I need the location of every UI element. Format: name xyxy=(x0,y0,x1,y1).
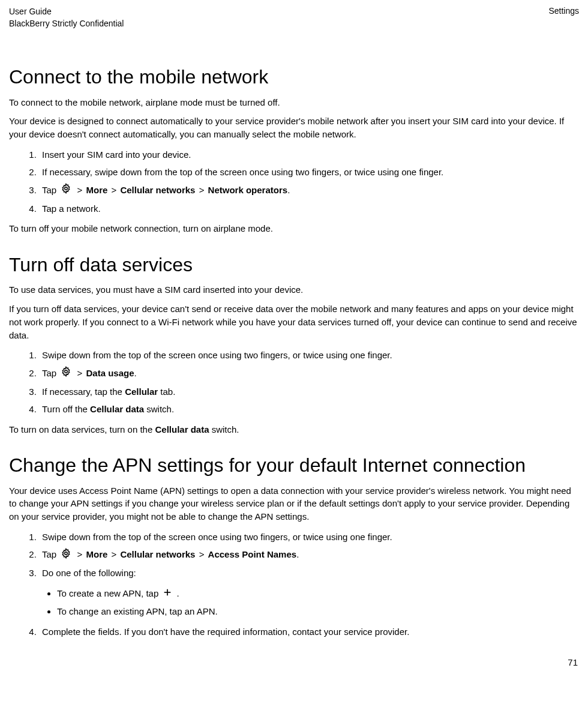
breadcrumb-separator: > xyxy=(77,185,85,195)
menu-path-item: Network operators xyxy=(208,185,288,195)
step-text: Do one of the following: xyxy=(42,568,136,578)
paragraph: To connect to the mobile network, airpla… xyxy=(9,96,579,109)
paragraph-text: To turn on data services, turn on the xyxy=(9,424,155,435)
step-text: . xyxy=(134,368,137,378)
section-title-turn-off-data: Turn off data services xyxy=(9,253,579,276)
list-item: Swipe down from the top of the screen on… xyxy=(39,347,579,363)
section-title-connect: Connect to the mobile network xyxy=(9,65,579,88)
breadcrumb-separator: > xyxy=(77,368,85,378)
list-item: To create a new APN, tap . xyxy=(57,586,579,602)
list-item: If necessary, tap the Cellular tab. xyxy=(39,384,579,400)
breadcrumb-separator: > xyxy=(111,549,119,559)
step-text: switch. xyxy=(144,404,174,414)
step-text: . xyxy=(177,588,179,598)
list-item: Turn off the Cellular data switch. xyxy=(39,402,579,417)
header-guide-title: User Guide xyxy=(9,6,124,18)
step-text: To create a new APN, tap xyxy=(57,588,161,598)
header-confidential: BlackBerry Strictly Confidential xyxy=(9,18,124,30)
menu-path-item: Cellular networks xyxy=(120,549,195,559)
menu-path-item: Cellular data xyxy=(90,404,144,414)
paragraph-text: switch. xyxy=(209,424,239,435)
paragraph: To turn off your mobile network connecti… xyxy=(9,222,579,235)
unordered-sublist: To create a new APN, tap . To change an … xyxy=(42,586,579,619)
section-title-change-apn: Change the APN settings for your default… xyxy=(9,454,579,477)
list-item: Tap > Data usage. xyxy=(39,366,579,382)
inline-bold: Cellular data xyxy=(155,424,209,435)
step-text: . xyxy=(296,549,299,559)
list-item: Insert your SIM card into your device. xyxy=(39,147,579,163)
ordered-list: Swipe down from the top of the screen on… xyxy=(9,529,579,640)
header-left: User Guide BlackBerry Strictly Confident… xyxy=(9,6,124,29)
svg-point-2 xyxy=(65,552,68,555)
menu-path-item: More xyxy=(86,549,107,559)
list-item: Swipe down from the top of the screen on… xyxy=(39,529,579,545)
step-text: . xyxy=(287,185,290,195)
list-item: Tap a network. xyxy=(39,201,579,217)
step-text: If necessary, tap the xyxy=(42,387,125,397)
svg-point-0 xyxy=(65,187,68,190)
breadcrumb-separator: > xyxy=(111,185,119,195)
header-section-name: Settings xyxy=(548,6,579,29)
step-text: tab. xyxy=(158,387,175,397)
list-item: Tap > More > Cellular networks > Network… xyxy=(39,182,579,199)
breadcrumb-separator: > xyxy=(199,549,207,559)
step-text: Tap xyxy=(42,368,59,378)
step-text: Turn off the xyxy=(42,404,90,414)
menu-path-item: Cellular networks xyxy=(120,185,195,195)
paragraph: To turn on data services, turn on the Ce… xyxy=(9,423,579,436)
page-header: User Guide BlackBerry Strictly Confident… xyxy=(9,6,579,29)
ordered-list: Insert your SIM card into your device. I… xyxy=(9,147,579,216)
settings-gear-icon xyxy=(61,183,71,199)
svg-point-1 xyxy=(65,370,68,373)
ordered-list: Swipe down from the top of the screen on… xyxy=(9,347,579,417)
list-item: To change an existing APN, tap an APN. xyxy=(57,604,579,619)
document-page: User Guide BlackBerry Strictly Confident… xyxy=(0,0,588,679)
list-item: Do one of the following: To create a new… xyxy=(39,565,579,619)
breadcrumb-separator: > xyxy=(199,185,207,195)
menu-path-item: Cellular xyxy=(125,387,158,397)
list-item: Tap > More > Cellular networks > Access … xyxy=(39,547,579,563)
step-text: Tap xyxy=(42,185,59,195)
paragraph: To use data services, you must have a SI… xyxy=(9,283,579,296)
settings-gear-icon xyxy=(61,548,71,564)
paragraph: Your device is designed to connect autom… xyxy=(9,115,579,141)
list-item: If necessary, swipe down from the top of… xyxy=(39,164,579,180)
plus-icon xyxy=(163,586,172,602)
list-item: Complete the fields. If you don't have t… xyxy=(39,624,579,640)
settings-gear-icon xyxy=(61,366,71,382)
breadcrumb-separator: > xyxy=(77,549,85,559)
step-text: Tap xyxy=(42,549,59,559)
page-number: 71 xyxy=(9,657,579,667)
paragraph: Your device uses Access Point Name (APN)… xyxy=(9,484,579,523)
menu-path-item: Data usage xyxy=(86,368,134,378)
menu-path-item: More xyxy=(86,185,107,195)
paragraph: If you turn off data services, your devi… xyxy=(9,302,579,341)
menu-path-item: Access Point Names xyxy=(208,549,297,559)
